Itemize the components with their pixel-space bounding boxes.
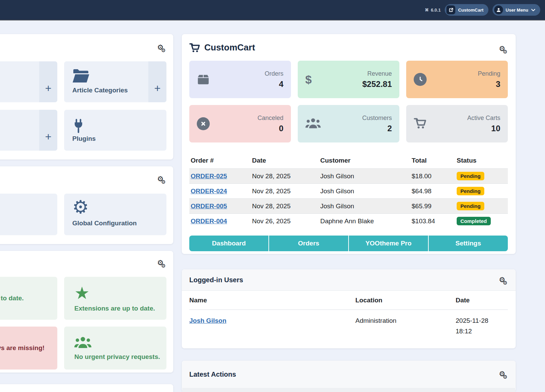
yootheme-pro-button[interactable]: YOOtheme Pro: [349, 236, 428, 251]
stat-orders: Orders4: [189, 61, 291, 98]
order-link[interactable]: ORDER-005: [191, 202, 227, 210]
status-badge: Completed: [457, 217, 491, 225]
chevron-down-icon: [531, 9, 535, 12]
order-date: Nov 28, 2025: [251, 199, 319, 214]
joomla-update-status-tile[interactable]: to date.: [0, 277, 57, 320]
table-row: Josh Gilson Administration 2025-11-28 18…: [189, 310, 508, 342]
cart-icon: [414, 117, 427, 130]
plug-icon: [72, 119, 85, 135]
gear-icon: ⚙: [72, 198, 89, 216]
order-date: Nov 28, 2025: [251, 169, 319, 184]
order-link[interactable]: ORDER-024: [191, 187, 227, 195]
stat-value: 2: [387, 124, 392, 133]
orders-button[interactable]: Orders: [269, 236, 348, 251]
order-date: Nov 26, 2025: [251, 214, 319, 229]
module-settings-icon[interactable]: ⚙⚙: [499, 276, 507, 285]
order-date: Nov 28, 2025: [251, 184, 319, 199]
system-card: ⚙⚙ ⚙ Global Configuration: [0, 166, 173, 244]
column-header: Customer: [319, 153, 410, 169]
table-header-row: Order # Date Customer Total Status: [189, 153, 508, 169]
table-row: ORDER-005 Nov 28, 2025 Josh Gilson $65.9…: [189, 199, 508, 214]
stat-active-carts: Active Carts10: [406, 105, 508, 142]
column-header: Date: [251, 153, 319, 169]
dashboard-tile[interactable]: +: [0, 110, 57, 151]
status-text: to date.: [1, 295, 57, 302]
customcart-panel: CustomCart ⚙⚙ Orders4 $ Revenue$252.81 P…: [182, 34, 516, 254]
privacy-requests-tile[interactable]: No urgent privacy requests.: [64, 327, 166, 370]
stat-value: 3: [496, 79, 500, 89]
tile-label: Article Categories: [72, 87, 128, 94]
customcart-topbar-button[interactable]: CustomCart: [445, 4, 488, 16]
add-button[interactable]: +: [39, 61, 57, 102]
module-settings-icon[interactable]: ⚙⚙: [499, 370, 507, 379]
table-row: ORDER-025 Nov 28, 2025 Josh Gilson $18.0…: [189, 169, 508, 184]
dollar-icon: $: [305, 73, 312, 86]
x-circle-icon: [197, 117, 210, 130]
user-menu-button[interactable]: User Menu: [492, 4, 540, 16]
status-badge: Pending: [457, 172, 484, 180]
orders-table: Order # Date Customer Total Status ORDER…: [189, 153, 508, 228]
stat-label: Customers: [362, 115, 392, 122]
stat-value: 10: [491, 124, 500, 133]
order-link[interactable]: ORDER-025: [191, 172, 227, 180]
panel-title: CustomCart: [204, 42, 255, 53]
module-settings-icon[interactable]: ⚙⚙: [157, 259, 166, 268]
customcart-topbar-label: CustomCart: [458, 7, 483, 13]
users-group-icon: [305, 117, 321, 130]
customcart-nav: Dashboard Orders YOOtheme Pro Settings: [189, 236, 508, 251]
plugins-tile[interactable]: Plugins: [64, 110, 166, 151]
dashboard-tile[interactable]: [0, 194, 57, 235]
admin-dashboard: ✖ 6.0.1 CustomCart User Menu ⚙⚙ + Arti: [0, 0, 545, 392]
table-row: ORDER-024 Nov 28, 2025 Josh Gilson $64.9…: [189, 184, 508, 199]
status-badge: Pending: [457, 202, 484, 210]
panel-header: Latest Actions: [182, 361, 516, 388]
stat-customers: Customers2: [298, 105, 399, 142]
user-link[interactable]: Josh Gilson: [189, 317, 226, 324]
stat-pending: Pending3: [406, 61, 508, 98]
status-text: No urgent privacy requests.: [74, 353, 166, 361]
table-header-row: Name Location Date: [189, 290, 508, 310]
order-total: $65.99: [410, 199, 455, 214]
order-customer: Josh Gilson: [319, 199, 410, 214]
stat-value: 4: [279, 79, 283, 89]
dashboard-button[interactable]: Dashboard: [189, 236, 268, 251]
panel-header: Logged-in Users: [182, 269, 516, 291]
box-icon: [197, 74, 210, 85]
order-link[interactable]: ORDER-004: [191, 217, 227, 225]
site-quick-icons-card: ⚙⚙ + Article Categories + + Plugins: [0, 34, 173, 160]
settings-button[interactable]: Settings: [429, 236, 508, 251]
joomla-logo-icon: ✖: [425, 7, 429, 13]
dashboard-tile[interactable]: +: [0, 61, 57, 102]
table-header-strip: [182, 388, 515, 392]
add-button[interactable]: +: [148, 61, 166, 102]
stat-label: Orders: [265, 70, 283, 77]
extensions-status-tile[interactable]: ★ Extensions are up to date.: [64, 277, 166, 320]
keys-missing-tile[interactable]: Keys are missing!: [0, 327, 57, 370]
logged-in-users-panel: Logged-in Users ⚙⚙ Name Location Date Jo…: [182, 269, 516, 348]
add-button[interactable]: +: [39, 110, 57, 151]
order-customer: Josh Gilson: [319, 184, 410, 199]
latest-actions-panel: Latest Actions ⚙⚙: [182, 361, 516, 392]
time-line: 18:12: [456, 326, 508, 336]
star-icon: ★: [74, 285, 166, 302]
order-total: $103.84: [410, 214, 455, 229]
stat-value: 0: [279, 124, 283, 133]
order-total: $64.98: [410, 184, 455, 199]
global-configuration-tile[interactable]: ⚙ Global Configuration: [64, 194, 166, 235]
module-settings-icon[interactable]: ⚙⚙: [157, 175, 166, 184]
stat-label: Canceled: [257, 115, 283, 122]
tile-label: Plugins: [72, 135, 96, 142]
module-settings-icon[interactable]: ⚙⚙: [157, 44, 166, 53]
user-date: 2025-11-28 18:12: [456, 310, 508, 342]
column-header: Date: [456, 290, 508, 310]
panel-title: Logged-in Users: [189, 276, 243, 284]
article-categories-tile[interactable]: Article Categories +: [64, 61, 166, 102]
status-badge: Pending: [457, 187, 484, 195]
module-settings-icon[interactable]: ⚙⚙: [499, 45, 507, 54]
external-link-icon: [446, 5, 455, 14]
notifications-card: ⚙⚙ to date. ★ Extensions are up to date.…: [0, 251, 173, 373]
status-text: Extensions are up to date.: [74, 305, 166, 312]
date-line: 2025-11-28: [456, 315, 508, 326]
tile-label: Global Configuration: [72, 220, 137, 227]
status-text: Keys are missing!: [0, 344, 57, 352]
